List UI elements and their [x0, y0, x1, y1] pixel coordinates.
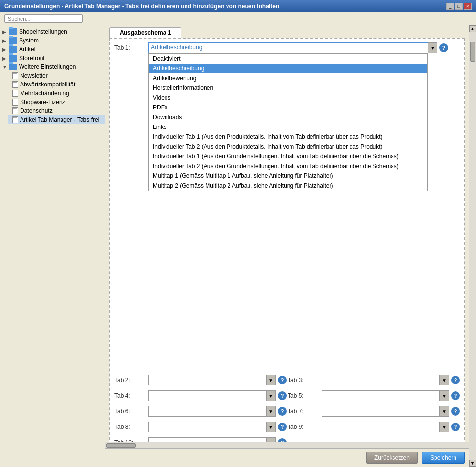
tab8-help-button[interactable]: ?	[278, 423, 287, 431]
tab5-help-button[interactable]: ?	[451, 391, 460, 400]
minimize-button[interactable]: _	[446, 3, 454, 10]
main-scroll-area[interactable]: Ausgabeschema 1 Tab 1:	[105, 25, 469, 442]
dropdown-item-multitap2[interactable]: Multitap 2 (Gemäss Multitap 2 Aufbau, si…	[149, 181, 427, 191]
tab3-label: Tab 3:	[288, 375, 322, 383]
sidebar-item-artikel[interactable]: ▶ Artikel	[0, 45, 105, 54]
tab1-select-wrap: Artikelbeschreibung ▼ Deaktiviert Artike…	[148, 42, 437, 53]
tab6-select[interactable]	[148, 406, 276, 417]
sidebar-item-label: Abwärtskompatibilität	[20, 81, 75, 88]
tab8-select[interactable]	[148, 422, 276, 432]
tab7-label: Tab 7:	[288, 406, 322, 415]
sidebar-item-abwaerts[interactable]: Abwärtskompatibilität	[8, 80, 105, 89]
tab3-select[interactable]	[322, 375, 449, 385]
tab4-select-wrap: ▼	[148, 390, 276, 401]
main-panel: Ausgabeschema 1 Tab 1:	[105, 25, 469, 467]
tab10-select[interactable]	[148, 437, 276, 442]
search-input[interactable]	[4, 14, 83, 23]
page-icon	[12, 81, 18, 88]
page-icon	[12, 116, 18, 123]
tab1-select[interactable]: Artikelbeschreibung	[148, 42, 437, 53]
sidebar-item-label: Mehrfachänderung	[20, 90, 69, 97]
v-scroll-thumb[interactable]	[470, 42, 475, 62]
save-button[interactable]: Speichern	[422, 452, 465, 464]
expander-icon: ▶	[2, 29, 8, 35]
tab7-select[interactable]	[322, 406, 449, 417]
sidebar-item-mehrfach[interactable]: Mehrfachänderung	[8, 89, 105, 98]
tab-row-8: Tab 8: ▼ ?	[114, 422, 287, 434]
page-icon	[12, 90, 18, 97]
tab4-label: Tab 4:	[114, 390, 148, 399]
folder-icon	[9, 64, 17, 70]
dropdown-item-artikelbeschreibung[interactable]: Artikelbeschreibung	[149, 64, 427, 73]
dropdown-item-herstellerinformationen[interactable]: Herstellerinformationen	[149, 83, 427, 93]
sidebar-item-artikel-tab-manager[interactable]: Artikel Tab Manager - Tabs frei	[8, 115, 105, 124]
dropdown-item-videos[interactable]: Videos	[149, 93, 427, 103]
sidebar-item-system[interactable]: ▶ System	[0, 36, 105, 45]
dropdown-item-links[interactable]: Links	[149, 122, 427, 132]
tab10-select-wrap: ▼	[148, 437, 276, 442]
sidebar: ▶ Shopeinstellungen ▶ System ▶ Artikel	[0, 25, 105, 467]
tab5-select[interactable]	[322, 390, 449, 401]
tab6-help-button[interactable]: ?	[278, 407, 287, 416]
dropdown-item-artikelbewertung[interactable]: Artikelbewertung	[149, 73, 427, 83]
tab9-select[interactable]	[322, 422, 449, 432]
dropdown-item-pdfs[interactable]: PDFs	[149, 103, 427, 112]
tab7-help-button[interactable]: ?	[451, 407, 460, 416]
dropdown-item-ind-tab1-produkt[interactable]: Individueller Tab 1 (Aus den Produktdeta…	[149, 132, 427, 142]
right-scrollbar[interactable]: ▲ ▼	[469, 25, 476, 467]
tab1-label: Tab 1:	[114, 42, 148, 51]
reset-button[interactable]: Zurücksetzen	[366, 452, 418, 464]
search-bar	[0, 12, 476, 25]
maximize-button[interactable]: □	[455, 3, 463, 10]
sidebar-item-label: Artikel	[19, 46, 35, 53]
page-icon	[12, 107, 18, 114]
sidebar-item-newsletter[interactable]: Newsletter	[8, 71, 105, 80]
tab9-help-button[interactable]: ?	[451, 423, 460, 431]
sidebar-item-weitere[interactable]: ▼ Weitere Einstellungen	[0, 63, 105, 71]
scroll-up-arrow[interactable]: ▲	[469, 25, 476, 32]
tab-content-schema1: Tab 1: Artikelbeschreibung ▼ Deaktiviert…	[109, 38, 465, 442]
tab1-help-button[interactable]: ?	[439, 43, 448, 52]
dropdown-item-multitap1[interactable]: Multitap 1 (Gemäss Multitap 1 Aufbau, si…	[149, 171, 427, 181]
tab2-select[interactable]	[148, 375, 276, 385]
folder-icon	[9, 37, 17, 44]
horizontal-scrollbar[interactable]	[105, 442, 469, 448]
expander-icon: ▼	[2, 64, 8, 70]
sidebar-item-label: Shopware-Lizenz	[20, 99, 65, 106]
tab-row-6: Tab 6: ▼ ?	[114, 406, 287, 419]
tab-row-3: Tab 3: ▼ ?	[288, 375, 460, 387]
tab10-label: Tab 10:	[114, 437, 148, 442]
sidebar-item-storefront[interactable]: ▶ Storefront	[0, 54, 105, 63]
h-scroll-thumb[interactable]	[106, 443, 136, 448]
tab8-select-wrap: ▼	[148, 422, 276, 432]
tab5-label: Tab 5:	[288, 390, 322, 399]
sidebar-item-label: Shopeinstellungen	[19, 28, 67, 35]
tab6-label: Tab 6:	[114, 406, 148, 415]
folder-icon	[9, 46, 17, 53]
tab-row-9: Tab 9: ▼ ?	[288, 422, 460, 434]
dropdown-item-deaktiviert[interactable]: Deaktiviert	[149, 54, 427, 64]
tab4-select[interactable]	[148, 390, 276, 401]
dropdown-item-downloads[interactable]: Downloads	[149, 112, 427, 122]
tab3-help-button[interactable]: ?	[451, 376, 460, 384]
tab2-help-button[interactable]: ?	[278, 376, 287, 384]
tab-schema1[interactable]: Ausgabeschema 1	[109, 27, 181, 38]
scroll-down-arrow[interactable]: ▼	[469, 460, 476, 467]
tab9-select-wrap: ▼	[322, 422, 449, 432]
dropdown-item-ind-tab1-grundeinstellungen[interactable]: Individueller Tab 1 (Aus den Grundeinste…	[149, 151, 427, 161]
close-button[interactable]: ✕	[464, 3, 472, 10]
tab2-select-wrap: ▼	[148, 375, 276, 385]
sidebar-item-label: Newsletter	[20, 72, 48, 79]
folder-icon	[9, 55, 17, 62]
dropdown-item-ind-tab2-grundeinstellungen[interactable]: Individueller Tab 2 (Aus den Grundeinste…	[149, 161, 427, 171]
expander-icon: ▶	[2, 38, 8, 43]
dropdown-item-ind-tab2-produkt[interactable]: Individueller Tab 2 (Aus den Produktdeta…	[149, 142, 427, 151]
sidebar-item-shopware-lizenz[interactable]: Shopware-Lizenz	[8, 98, 105, 106]
tab-row-2: Tab 2: ▼ ?	[114, 375, 287, 387]
tab4-help-button[interactable]: ?	[278, 391, 287, 400]
tab5-select-wrap: ▼	[322, 390, 449, 401]
sidebar-item-datenschutz[interactable]: Datenschutz	[8, 106, 105, 115]
sidebar-item-shopeinstellungen[interactable]: ▶ Shopeinstellungen	[0, 27, 105, 36]
tab10-help-button[interactable]: ?	[278, 438, 287, 442]
tab2-label: Tab 2:	[114, 375, 148, 383]
